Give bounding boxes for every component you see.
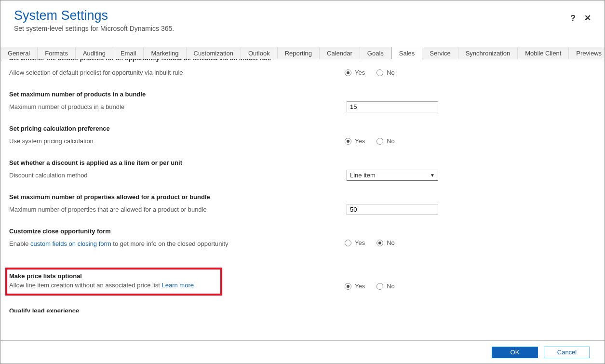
price-list-radio: Yes No xyxy=(345,283,395,290)
close-icon[interactable]: ✕ xyxy=(584,13,591,23)
section-props-max-head: Set maximum number of properties allowed… xyxy=(9,193,596,201)
tab-calendar[interactable]: Calendar xyxy=(320,47,360,59)
ok-button[interactable]: OK xyxy=(492,347,538,358)
tab-marketing[interactable]: Marketing xyxy=(144,47,186,59)
tab-reporting[interactable]: Reporting xyxy=(278,47,320,59)
tab-service[interactable]: Service xyxy=(422,47,458,59)
pricing-no[interactable]: No xyxy=(376,137,395,145)
learn-more-link[interactable]: Learn more xyxy=(161,282,193,289)
tab-email[interactable]: Email xyxy=(113,47,144,59)
tab-goals[interactable]: Goals xyxy=(360,47,391,59)
discount-method-select[interactable]: Line item ▼ xyxy=(347,170,438,181)
props-max-input[interactable] xyxy=(347,204,438,215)
price-list-label: Allow line item creation without an asso… xyxy=(9,282,161,289)
highlight-price-lists-optional: Make price lists optional Allow line ite… xyxy=(5,268,222,296)
close-opp-no[interactable]: No xyxy=(376,239,395,246)
page-subtitle: Set system-level settings for Microsoft … xyxy=(14,25,571,32)
section-bundle-max-head: Set maximum number of products in a bund… xyxy=(9,91,596,98)
section-default-pricelist-head: Set whether the default pricelist for an… xyxy=(9,59,596,64)
default-pricelist-no[interactable]: No xyxy=(376,69,395,76)
help-icon[interactable]: ? xyxy=(571,13,576,23)
close-opp-radio: Yes No xyxy=(345,239,395,246)
close-opp-label: Enable custom fields on closing form to … xyxy=(9,240,347,247)
section-discount-head: Set whether a discount is applied as a l… xyxy=(9,159,596,166)
cancel-button[interactable]: Cancel xyxy=(544,347,590,358)
tab-outlook[interactable]: Outlook xyxy=(241,47,278,59)
price-list-no[interactable]: No xyxy=(376,283,395,290)
pricing-yes[interactable]: Yes xyxy=(345,137,365,145)
props-max-label: Maximum number of properties that are al… xyxy=(9,206,347,213)
default-pricelist-radio: Yes No xyxy=(345,69,395,76)
default-pricelist-label: Allow selection of default pricelist for… xyxy=(9,69,347,76)
custom-fields-link[interactable]: custom fields on closing form xyxy=(30,240,111,247)
chevron-down-icon: ▼ xyxy=(430,173,435,178)
tab-formats[interactable]: Formats xyxy=(38,47,76,59)
pricing-radio: Yes No xyxy=(345,137,395,145)
tab-bar: General Formats Auditing Email Marketing… xyxy=(0,47,605,59)
tab-customization[interactable]: Customization xyxy=(187,47,241,59)
section-price-list-head: Make price lists optional xyxy=(9,272,216,280)
page-title: System Settings xyxy=(14,8,571,23)
discount-label: Discount calculation method xyxy=(9,172,347,179)
pricing-label: Use system pricing calculation xyxy=(9,137,347,145)
tab-general[interactable]: General xyxy=(0,47,38,59)
dialog-header: System Settings Set system-level setting… xyxy=(0,0,605,44)
bundle-max-input[interactable] xyxy=(347,101,438,112)
tab-synchronization[interactable]: Synchronization xyxy=(458,47,518,59)
dialog-footer: OK Cancel xyxy=(0,340,605,364)
close-opp-yes[interactable]: Yes xyxy=(345,239,365,246)
tab-sales[interactable]: Sales xyxy=(391,47,423,59)
bundle-max-label: Maximum number of products in a bundle xyxy=(9,103,347,110)
price-list-yes[interactable]: Yes xyxy=(345,283,365,290)
default-pricelist-yes[interactable]: Yes xyxy=(345,69,365,76)
tab-auditing[interactable]: Auditing xyxy=(76,47,113,59)
discount-method-value: Line item xyxy=(350,172,376,179)
settings-panel[interactable]: Set whether the default pricelist for an… xyxy=(0,59,605,312)
tab-mobile-client[interactable]: Mobile Client xyxy=(518,47,569,59)
tab-previews[interactable]: Previews xyxy=(569,47,605,59)
section-qualify-lead-head: Qualify lead experience xyxy=(9,307,596,312)
section-close-opp-head: Customize close opportunity form xyxy=(9,228,596,235)
section-pricing-head: Set pricing calculation preference xyxy=(9,125,596,132)
